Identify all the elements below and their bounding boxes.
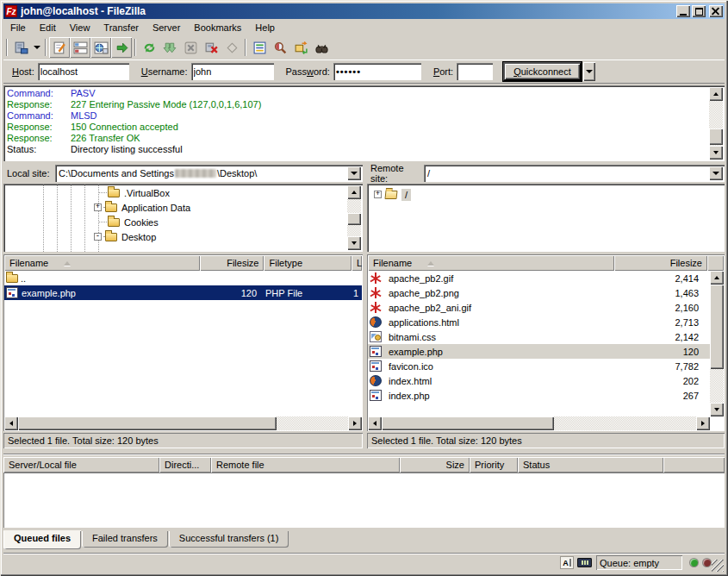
remote-site-combobox[interactable]: /: [424, 165, 725, 182]
scroll-up-button[interactable]: [709, 87, 723, 101]
tab-queued-files[interactable]: Queued files: [3, 531, 81, 549]
port-input[interactable]: [457, 63, 493, 80]
scroll-left-button[interactable]: [368, 416, 382, 430]
refresh-button[interactable]: [139, 37, 159, 58]
tab-failed-transfers[interactable]: Failed transfers: [82, 531, 168, 548]
scrollbar-thumb[interactable]: [347, 213, 361, 225]
column-header-server-local-file[interactable]: Server/Local file: [3, 457, 159, 473]
site-manager-button[interactable]: [10, 37, 31, 58]
tab-successful-transfers[interactable]: Successful transfers (1): [169, 531, 289, 548]
remote-directory-tree[interactable]: + /: [367, 184, 725, 252]
column-header-last-modified[interactable]: L: [352, 255, 362, 271]
scrollbar-thumb[interactable]: [382, 416, 554, 430]
scrollbar-thumb[interactable]: [709, 128, 723, 145]
local-site-dropdown-button[interactable]: [347, 166, 361, 180]
column-header-filename[interactable]: Filename: [368, 255, 614, 271]
menu-transfer[interactable]: Transfer: [96, 21, 146, 34]
remote-list-hscrollbar[interactable]: [368, 416, 710, 430]
scrollbar-thumb[interactable]: [18, 416, 277, 430]
quickconnect-dropdown-button[interactable]: [583, 62, 595, 81]
status-bar: A Queue: empty: [3, 553, 725, 573]
splitter[interactable]: [3, 454, 725, 455]
scroll-up-button[interactable]: [710, 271, 724, 285]
menu-server[interactable]: Server: [146, 21, 187, 34]
file-row-example-php[interactable]: example.php 120: [368, 344, 710, 359]
column-header-filename[interactable]: Filename: [4, 255, 200, 271]
disconnect-button[interactable]: [201, 37, 221, 58]
minimize-button[interactable]: [676, 5, 690, 17]
file-row-example-php[interactable]: example.php 120 PHP File 1: [4, 285, 362, 300]
toggle-transfer-queue-button[interactable]: [111, 37, 132, 58]
local-tree-scrollbar[interactable]: [347, 185, 361, 250]
local-list-hscrollbar[interactable]: [4, 416, 362, 430]
column-header-size[interactable]: Size: [400, 457, 470, 473]
local-directory-tree[interactable]: .VirtualBox + Application Data Cookies -…: [3, 184, 363, 252]
menu-help[interactable]: Help: [248, 21, 282, 34]
toggle-local-tree-button[interactable]: [70, 37, 90, 58]
toggle-message-log-button[interactable]: [49, 37, 70, 58]
column-header-priority[interactable]: Priority: [470, 457, 518, 473]
scroll-down-button[interactable]: [347, 236, 361, 250]
maximize-button[interactable]: [692, 5, 706, 17]
menu-file[interactable]: File: [3, 21, 33, 34]
file-row[interactable]: index.html 202: [368, 373, 710, 388]
file-row[interactable]: apache_pb2_ani.gif 2,160: [368, 300, 710, 315]
tree-item-application-data[interactable]: + Application Data: [94, 200, 190, 215]
expand-icon[interactable]: +: [94, 203, 102, 211]
data-type-indicator-icon[interactable]: A: [560, 556, 574, 569]
synchronized-browsing-button[interactable]: [290, 37, 311, 58]
file-row[interactable]: apache_pb2.gif 2,414: [368, 271, 710, 285]
tree-item-cookies[interactable]: Cookies: [108, 215, 159, 229]
scroll-left-button[interactable]: [4, 416, 18, 430]
file-row-parent-dir[interactable]: ..: [4, 271, 362, 285]
remote-list-vscrollbar[interactable]: [710, 271, 724, 416]
local-site-combobox[interactable]: C:\Documents and Settings\Desktop\: [55, 165, 363, 182]
tree-item-desktop[interactable]: - Desktop: [94, 229, 156, 244]
quickconnect-button[interactable]: Quickconnect: [503, 62, 582, 81]
scroll-right-button[interactable]: [348, 416, 362, 430]
directory-comparison-button[interactable]: [270, 37, 290, 58]
title-bar[interactable]: Fz john@localhost - FileZilla: [3, 3, 725, 19]
username-input[interactable]: [191, 63, 274, 80]
column-header-status[interactable]: Status: [518, 457, 663, 473]
local-file-list[interactable]: Filename Filesize Filetype L .. example.…: [3, 254, 363, 431]
expand-icon[interactable]: +: [374, 191, 382, 198]
scroll-down-button[interactable]: [710, 403, 724, 416]
column-header-filetype[interactable]: Filetype: [264, 255, 352, 271]
filter-button[interactable]: [249, 37, 270, 58]
process-queue-button[interactable]: [159, 37, 180, 58]
column-header-filesize[interactable]: Filesize: [614, 255, 707, 271]
file-row[interactable]: index.php 267: [368, 388, 710, 403]
cancel-button[interactable]: [180, 37, 201, 58]
find-files-button[interactable]: [311, 37, 332, 58]
menu-bookmarks[interactable]: Bookmarks: [187, 21, 248, 34]
menu-view[interactable]: View: [63, 21, 97, 34]
host-input[interactable]: [38, 63, 129, 80]
password-input[interactable]: [333, 63, 421, 80]
reconnect-button[interactable]: [221, 37, 242, 58]
file-row[interactable]: favicon.ico 7,782: [368, 359, 710, 373]
scroll-down-button[interactable]: [709, 146, 723, 160]
queue-list[interactable]: [3, 473, 725, 528]
column-header-remote-file[interactable]: Remote file: [211, 457, 400, 473]
column-header-direction[interactable]: Directi...: [159, 457, 211, 473]
log-scrollbar[interactable]: [709, 87, 723, 160]
file-row[interactable]: bitnami.css 2,142: [368, 329, 710, 344]
column-header-filesize[interactable]: Filesize: [200, 255, 264, 271]
file-row[interactable]: applications.html 2,713: [368, 315, 710, 329]
collapse-icon[interactable]: -: [94, 233, 102, 241]
file-row[interactable]: apache_pb2.png 1,463: [368, 285, 710, 300]
remote-site-dropdown-button[interactable]: [709, 166, 723, 180]
toggle-remote-tree-button[interactable]: [90, 37, 111, 58]
remote-file-list[interactable]: Filename Filesize apache_pb2.gif 2,414 a…: [367, 254, 725, 431]
close-button[interactable]: [709, 5, 723, 17]
scroll-up-button[interactable]: [347, 185, 361, 199]
site-manager-dropdown-button[interactable]: [31, 37, 42, 58]
menu-edit[interactable]: Edit: [33, 21, 63, 34]
speed-limit-icon[interactable]: [577, 558, 592, 567]
resize-grip[interactable]: [712, 560, 724, 572]
scrollbar-thumb[interactable]: [710, 285, 724, 369]
tree-item-root[interactable]: + /: [374, 187, 411, 202]
tree-item-virtualbox[interactable]: .VirtualBox: [108, 185, 170, 200]
scroll-right-button[interactable]: [696, 416, 710, 430]
